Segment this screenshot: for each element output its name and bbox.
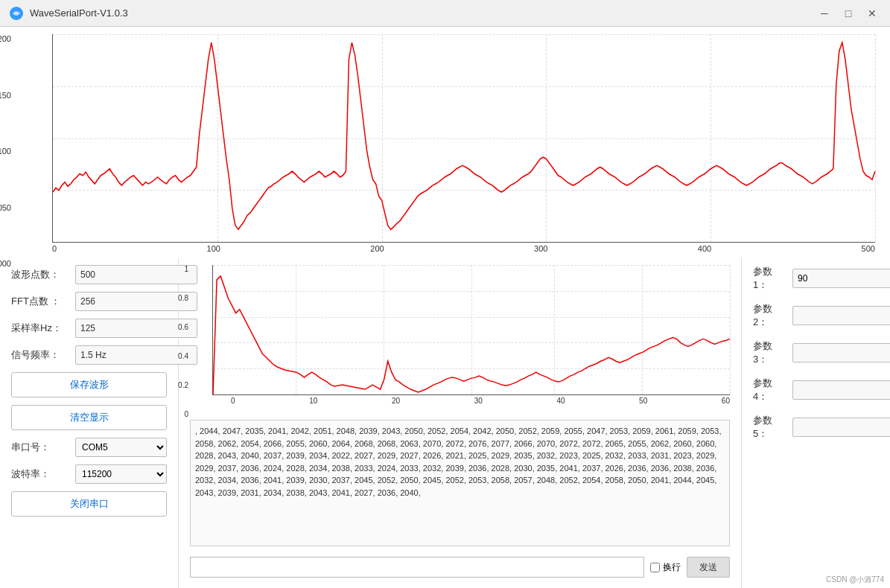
com-port-row: 串口号： COM5 COM1 COM2 COM3 COM4 <box>11 438 167 457</box>
fft-y-axis: 1 0.8 0.6 0.4 0.2 0 <box>174 265 188 418</box>
watermark: CSDN @小酒774 <box>826 575 884 585</box>
newline-checkbox-label[interactable]: 换行 <box>650 561 681 574</box>
data-text-area[interactable]: , 2044, 2047, 2035, 2041, 2042, 2051, 20… <box>190 420 730 546</box>
sample-rate-row: 采样率Hz： <box>11 319 167 338</box>
window-controls: ─ □ ✕ <box>816 6 881 21</box>
signal-freq-label: 信号频率： <box>11 348 71 362</box>
param1-input[interactable] <box>792 269 890 288</box>
send-button[interactable]: 发送 <box>687 557 730 578</box>
baud-rate-row: 波特率： 115200 9600 57600 <box>11 464 167 484</box>
param5-label: 参数5： <box>753 414 786 441</box>
param3-row: 参数3： <box>753 339 879 366</box>
param2-label: 参数2： <box>753 302 786 329</box>
param1-row: 参数1： <box>753 265 879 292</box>
com-port-label: 串口号： <box>11 441 71 454</box>
minimize-button[interactable]: ─ <box>816 6 833 21</box>
param5-input[interactable] <box>792 418 890 437</box>
send-input[interactable] <box>190 557 644 578</box>
param1-label: 参数1： <box>753 265 786 292</box>
save-wave-button[interactable]: 保存波形 <box>11 372 167 397</box>
fft-chart <box>212 265 730 395</box>
param3-label: 参数3： <box>753 339 786 366</box>
app-icon <box>9 6 24 21</box>
main-content: 2200 2150 2100 2050 2000 <box>0 27 890 588</box>
left-panel: 波形点数： FFT点数 ： 采样率Hz： 信号频率： 保存波形 清空显示 串口号… <box>0 258 179 588</box>
param2-input[interactable] <box>792 306 890 325</box>
main-chart-y-axis: 2200 2150 2100 2050 2000 <box>0 34 11 268</box>
top-chart-area: 2200 2150 2100 2050 2000 <box>0 27 890 258</box>
fft-chart-area: 1 0.8 0.6 0.4 0.2 0 <box>190 265 730 414</box>
param4-row: 参数4： <box>753 377 879 403</box>
middle-panel: 1 0.8 0.6 0.4 0.2 0 <box>179 258 741 588</box>
right-panel: 参数1： 参数2： 参数3： 参数4： 参数5： <box>741 258 890 588</box>
param5-row: 参数5： <box>753 414 879 441</box>
param3-input[interactable] <box>792 343 890 362</box>
clear-display-button[interactable]: 清空显示 <box>11 405 167 430</box>
fft-points-row: FFT点数 ： <box>11 292 167 311</box>
fft-x-axis: 0 10 20 30 40 50 60 <box>212 395 730 405</box>
title-bar-left: WaveSerialPort-V1.0.3 <box>9 6 128 21</box>
close-button[interactable]: ✕ <box>863 6 881 21</box>
fft-waveform-svg <box>213 265 730 394</box>
bottom-bar: 换行 发送 <box>190 552 730 581</box>
sample-rate-label: 采样率Hz： <box>11 322 71 335</box>
app-title: WaveSerialPort-V1.0.3 <box>30 7 128 19</box>
maximize-button[interactable]: □ <box>839 6 857 21</box>
main-chart <box>52 34 875 243</box>
param4-label: 参数4： <box>753 377 786 403</box>
fft-points-label: FFT点数 ： <box>11 295 71 308</box>
baud-rate-select[interactable]: 115200 9600 57600 <box>75 464 167 484</box>
wave-points-label: 波形点数： <box>11 268 71 281</box>
close-port-button[interactable]: 关闭串口 <box>11 491 167 517</box>
signal-freq-row: 信号频率： <box>11 345 167 365</box>
newline-checkbox[interactable] <box>650 563 660 572</box>
title-bar: WaveSerialPort-V1.0.3 ─ □ ✕ <box>0 0 890 27</box>
com-port-select[interactable]: COM5 COM1 COM2 COM3 COM4 <box>75 438 167 457</box>
newline-label: 换行 <box>663 561 681 574</box>
param4-input[interactable] <box>792 380 890 400</box>
main-waveform-svg <box>53 34 875 242</box>
main-chart-x-axis: 0 100 200 300 400 500 <box>52 243 875 253</box>
baud-rate-label: 波特率： <box>11 467 71 481</box>
bottom-section: 波形点数： FFT点数 ： 采样率Hz： 信号频率： 保存波形 清空显示 串口号… <box>0 258 890 588</box>
param2-row: 参数2： <box>753 302 879 329</box>
